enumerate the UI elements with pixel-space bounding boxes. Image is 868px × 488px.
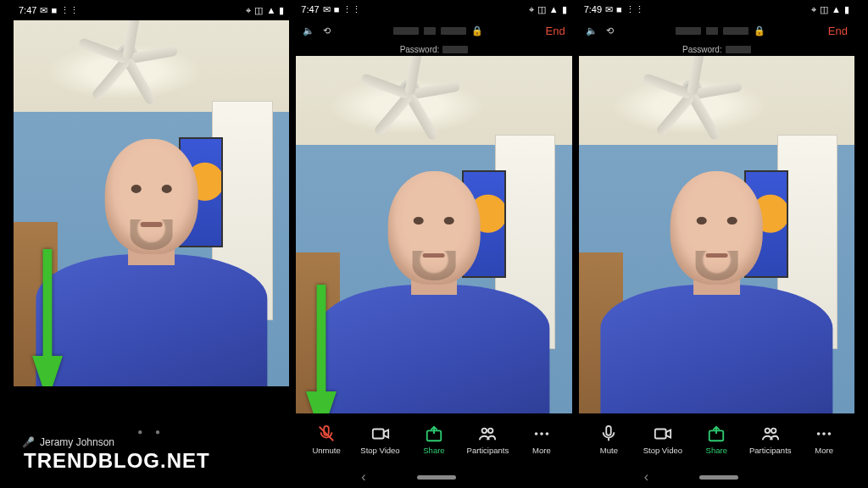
status-bar: 7:49 ✉ ■ ⋮⋮ ⌖ ◫ ▲ ▮ bbox=[579, 0, 854, 19]
share-label: Share bbox=[706, 446, 727, 455]
battery-icon: ▮ bbox=[562, 4, 567, 15]
home-pill[interactable] bbox=[417, 475, 456, 480]
video-icon bbox=[654, 424, 672, 443]
speaker-icon[interactable]: 🔈 bbox=[303, 25, 314, 36]
stop-video-button[interactable]: Stop Video bbox=[639, 424, 686, 455]
svg-point-14 bbox=[828, 432, 832, 435]
svg-rect-1 bbox=[372, 430, 383, 439]
video-feed[interactable] bbox=[579, 56, 854, 413]
grid-icon: ⋮⋮ bbox=[626, 4, 644, 15]
svg-point-4 bbox=[488, 429, 493, 434]
mail-icon: ✉ bbox=[605, 4, 613, 15]
status-bar: 7:47 ✉ ■ ⋮⋮ ⌖ ◫ ▲ ▮ bbox=[14, 0, 289, 20]
mic-muted-icon: 🎤 bbox=[22, 436, 35, 448]
clock: 7:47 bbox=[301, 4, 319, 14]
svg-point-3 bbox=[482, 429, 487, 434]
bottom-bar: ● ● 🎤 Jeramy Johnson bbox=[14, 386, 289, 488]
back-button[interactable]: ‹ bbox=[361, 469, 365, 485]
wifi-icon: ▲ bbox=[266, 5, 275, 15]
vibrate-icon: ◫ bbox=[537, 4, 546, 15]
unmute-button[interactable]: Unmute bbox=[303, 424, 350, 455]
location-icon: ⌖ bbox=[529, 4, 534, 15]
grid-icon: ⋮⋮ bbox=[60, 5, 79, 16]
speaker-icon[interactable]: 🔈 bbox=[586, 25, 598, 36]
participants-label: Participants bbox=[749, 446, 792, 455]
mail-icon: ✉ bbox=[323, 4, 331, 15]
participant-name: Jeramy Johnson bbox=[40, 436, 114, 448]
more-button[interactable]: More bbox=[518, 424, 565, 455]
stop-video-label: Stop Video bbox=[360, 446, 399, 455]
more-label: More bbox=[532, 446, 551, 455]
svg-point-12 bbox=[817, 432, 821, 435]
back-button[interactable]: ‹ bbox=[644, 469, 648, 485]
zoom-header: 🔈 ⟲ 🔒 End bbox=[296, 19, 571, 42]
end-button[interactable]: End bbox=[546, 25, 565, 37]
svg-point-11 bbox=[771, 429, 776, 434]
toolbar: Unmute Stop Video Share Participants Mor… bbox=[296, 413, 571, 466]
unmute-label: Unmute bbox=[312, 446, 340, 455]
mic-off-icon bbox=[317, 424, 336, 443]
zoom-header: 🔈 ⟲ 🔒 End bbox=[579, 19, 854, 42]
home-pill[interactable] bbox=[699, 475, 738, 480]
watermark: TRENDBLOG.NET bbox=[24, 449, 210, 473]
share-button[interactable]: Share bbox=[693, 424, 740, 455]
svg-point-6 bbox=[540, 432, 543, 435]
video-feed[interactable] bbox=[14, 20, 289, 386]
mute-button[interactable]: Mute bbox=[586, 424, 632, 455]
more-icon bbox=[532, 424, 551, 443]
participants-label: Participants bbox=[467, 446, 509, 455]
wifi-icon: ▲ bbox=[832, 4, 841, 14]
phone-screen-2: 7:47 ✉ ■ ⋮⋮ ⌖ ◫ ▲ ▮ 🔈 ⟲ 🔒 End Password: bbox=[296, 0, 571, 488]
share-icon bbox=[425, 424, 443, 443]
stop-video-label: Stop Video bbox=[643, 446, 682, 455]
svg-point-7 bbox=[545, 432, 548, 435]
page-dots[interactable]: ● ● bbox=[14, 427, 289, 436]
participants-button[interactable]: Participants bbox=[747, 424, 793, 455]
grid-icon: ⋮⋮ bbox=[342, 4, 361, 15]
lock-icon: 🔒 bbox=[754, 25, 765, 36]
share-label: Share bbox=[423, 446, 444, 455]
screens-row: 7:47 ✉ ■ ⋮⋮ ⌖ ◫ ▲ ▮ ● ● 🎤 bbox=[0, 0, 868, 488]
mic-icon bbox=[599, 424, 618, 443]
share-button[interactable]: Share bbox=[410, 424, 457, 455]
annotation-arrow bbox=[32, 241, 63, 386]
more-icon bbox=[815, 424, 833, 443]
video-icon: ■ bbox=[334, 4, 340, 14]
android-nav: ‹ bbox=[296, 466, 571, 488]
more-button[interactable]: More bbox=[801, 424, 848, 455]
mute-label: Mute bbox=[600, 446, 618, 455]
flip-camera-icon[interactable]: ⟲ bbox=[323, 25, 331, 36]
phone-screen-3: 7:49 ✉ ■ ⋮⋮ ⌖ ◫ ▲ ▮ 🔈 ⟲ 🔒 End Password: bbox=[579, 0, 854, 488]
password-row: Password: bbox=[296, 42, 571, 56]
flip-camera-icon[interactable]: ⟲ bbox=[606, 25, 614, 36]
battery-icon: ▮ bbox=[279, 5, 284, 16]
stop-video-button[interactable]: Stop Video bbox=[357, 424, 403, 455]
people-icon bbox=[478, 424, 497, 443]
password-row: Password: bbox=[579, 42, 854, 56]
location-icon: ⌖ bbox=[246, 5, 251, 16]
svg-point-10 bbox=[765, 429, 770, 434]
phone-screen-1: 7:47 ✉ ■ ⋮⋮ ⌖ ◫ ▲ ▮ ● ● 🎤 bbox=[14, 0, 289, 488]
status-bar: 7:47 ✉ ■ ⋮⋮ ⌖ ◫ ▲ ▮ bbox=[296, 0, 571, 19]
share-icon bbox=[707, 424, 726, 443]
svg-point-13 bbox=[822, 432, 826, 435]
video-icon: ■ bbox=[616, 4, 622, 14]
password-label: Password: bbox=[400, 45, 440, 54]
wifi-icon: ▲ bbox=[549, 4, 559, 14]
vibrate-icon: ◫ bbox=[254, 5, 263, 16]
more-label: More bbox=[815, 446, 833, 455]
location-icon: ⌖ bbox=[811, 4, 816, 15]
people-icon bbox=[761, 424, 780, 443]
mail-icon: ✉ bbox=[40, 5, 47, 16]
toolbar: Mute Stop Video Share Participants More bbox=[579, 413, 854, 466]
lock-icon: 🔒 bbox=[471, 25, 483, 36]
clock: 7:49 bbox=[584, 4, 602, 14]
annotation-arrow bbox=[306, 276, 337, 413]
svg-point-5 bbox=[535, 432, 538, 435]
end-button[interactable]: End bbox=[828, 25, 848, 37]
participants-button[interactable]: Participants bbox=[465, 424, 511, 455]
svg-rect-8 bbox=[655, 430, 666, 439]
android-nav: ‹ bbox=[579, 466, 854, 488]
video-feed[interactable] bbox=[296, 56, 571, 413]
battery-icon: ▮ bbox=[844, 4, 849, 15]
